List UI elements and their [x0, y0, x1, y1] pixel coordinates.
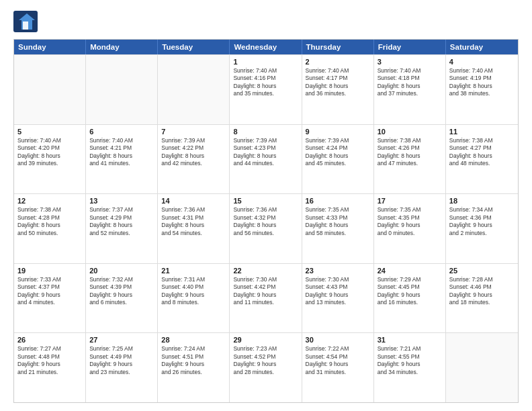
cell-info-line: Sunset: 4:49 PM: [89, 353, 154, 361]
day-number: 14: [161, 197, 226, 205]
cell-info-line: and 36 minutes.: [306, 90, 370, 97]
calendar-day-3: 3Sunrise: 7:40 AMSunset: 4:18 PMDaylight…: [374, 55, 446, 124]
day-number: 31: [378, 336, 442, 344]
cell-info-line: Daylight: 9 hours: [17, 291, 82, 299]
cell-info-line: Daylight: 8 hours: [233, 83, 298, 90]
cell-info-line: Daylight: 8 hours: [378, 83, 442, 90]
day-number: 29: [233, 336, 298, 344]
cell-info-line: Sunset: 4:29 PM: [89, 214, 154, 222]
cell-info-line: Sunrise: 7:36 AM: [233, 206, 298, 214]
day-number: 10: [378, 128, 442, 136]
calendar-row: 5Sunrise: 7:40 AMSunset: 4:20 PMDaylight…: [14, 124, 518, 194]
cell-info-line: Daylight: 8 hours: [161, 222, 226, 229]
cell-info-line: Sunrise: 7:30 AM: [233, 276, 298, 283]
logo: [13, 11, 40, 32]
cell-info-line: Sunset: 4:42 PM: [233, 283, 298, 291]
calendar: SundayMondayTuesdayWednesdayThursdayFrid…: [13, 39, 519, 403]
header: [13, 11, 519, 32]
calendar-day-11: 11Sunrise: 7:38 AMSunset: 4:27 PMDayligh…: [446, 125, 518, 194]
cell-info-line: Sunrise: 7:24 AM: [161, 345, 226, 353]
day-number: 18: [449, 197, 515, 205]
cell-info-line: Daylight: 8 hours: [17, 222, 82, 229]
day-number: 13: [89, 197, 154, 205]
cell-info-line: Sunrise: 7:40 AM: [233, 67, 298, 75]
cell-info-line: Daylight: 8 hours: [161, 152, 226, 160]
cell-info-line: Sunrise: 7:34 AM: [449, 206, 515, 214]
weekday-header: Monday: [86, 40, 158, 54]
calendar-day-8: 8Sunrise: 7:39 AMSunset: 4:23 PMDaylight…: [230, 125, 302, 194]
cell-info-line: Daylight: 8 hours: [378, 152, 442, 160]
cell-info-line: Sunrise: 7:25 AM: [89, 345, 154, 353]
cell-info-line: Sunrise: 7:33 AM: [17, 276, 82, 283]
weekday-header: Friday: [374, 40, 446, 54]
cell-info-line: Sunrise: 7:30 AM: [306, 276, 370, 283]
cell-info-line: Sunset: 4:55 PM: [378, 353, 442, 361]
cell-info-line: Daylight: 9 hours: [161, 361, 226, 368]
calendar-empty-cell: [446, 333, 518, 402]
cell-info-line: Daylight: 9 hours: [17, 361, 82, 368]
calendar-day-29: 29Sunrise: 7:23 AMSunset: 4:52 PMDayligh…: [230, 333, 302, 402]
calendar-empty-cell: [14, 55, 86, 124]
calendar-header: SundayMondayTuesdayWednesdayThursdayFrid…: [14, 40, 518, 54]
calendar-day-16: 16Sunrise: 7:35 AMSunset: 4:33 PMDayligh…: [302, 194, 374, 263]
weekday-header: Saturday: [446, 40, 518, 54]
cell-info-line: Daylight: 9 hours: [378, 361, 442, 368]
calendar-day-17: 17Sunrise: 7:35 AMSunset: 4:35 PMDayligh…: [374, 194, 446, 263]
day-number: 3: [378, 58, 442, 66]
cell-info-line: Sunset: 4:24 PM: [306, 144, 370, 152]
day-number: 4: [449, 58, 515, 66]
calendar-day-22: 22Sunrise: 7:30 AMSunset: 4:42 PMDayligh…: [230, 264, 302, 333]
cell-info-line: Sunrise: 7:40 AM: [449, 67, 515, 75]
cell-info-line: and 23 minutes.: [89, 369, 154, 376]
cell-info-line: Sunset: 4:16 PM: [233, 75, 298, 82]
cell-info-line: Sunrise: 7:28 AM: [449, 276, 515, 283]
day-number: 22: [233, 267, 298, 275]
cell-info-line: Daylight: 8 hours: [306, 152, 370, 160]
calendar-row: 26Sunrise: 7:27 AMSunset: 4:48 PMDayligh…: [14, 332, 518, 402]
calendar-empty-cell: [158, 55, 230, 124]
cell-info-line: Sunset: 4:36 PM: [449, 214, 515, 222]
cell-info-line: and 48 minutes.: [449, 160, 515, 167]
day-number: 2: [306, 58, 370, 66]
cell-info-line: Sunrise: 7:38 AM: [449, 137, 515, 144]
cell-info-line: Sunrise: 7:38 AM: [17, 206, 82, 214]
cell-info-line: Sunrise: 7:31 AM: [161, 276, 226, 283]
cell-info-line: and 28 minutes.: [233, 369, 298, 376]
cell-info-line: Daylight: 8 hours: [89, 152, 154, 160]
cell-info-line: and 44 minutes.: [233, 160, 298, 167]
cell-info-line: Sunrise: 7:39 AM: [233, 137, 298, 144]
cell-info-line: Daylight: 8 hours: [17, 152, 82, 160]
cell-info-line: and 37 minutes.: [378, 90, 442, 97]
cell-info-line: and 16 minutes.: [378, 299, 442, 306]
cell-info-line: Sunset: 4:37 PM: [17, 283, 82, 291]
cell-info-line: Sunrise: 7:21 AM: [378, 345, 442, 353]
cell-info-line: Sunrise: 7:27 AM: [17, 345, 82, 353]
cell-info-line: and 4 minutes.: [17, 299, 82, 306]
cell-info-line: Daylight: 9 hours: [449, 291, 515, 299]
cell-info-line: Sunset: 4:20 PM: [17, 144, 82, 152]
calendar-day-23: 23Sunrise: 7:30 AMSunset: 4:43 PMDayligh…: [302, 264, 374, 333]
logo-icon: [13, 11, 38, 32]
cell-info-line: Sunset: 4:48 PM: [17, 353, 82, 361]
cell-info-line: and 6 minutes.: [89, 299, 154, 306]
cell-info-line: Sunset: 4:19 PM: [449, 75, 515, 82]
calendar-day-25: 25Sunrise: 7:28 AMSunset: 4:46 PMDayligh…: [446, 264, 518, 333]
day-number: 7: [161, 128, 226, 136]
cell-info-line: Sunrise: 7:29 AM: [378, 276, 442, 283]
calendar-day-1: 1Sunrise: 7:40 AMSunset: 4:16 PMDaylight…: [230, 55, 302, 124]
day-number: 15: [233, 197, 298, 205]
day-number: 30: [306, 336, 370, 344]
cell-info-line: and 56 minutes.: [233, 230, 298, 237]
cell-info-line: Sunset: 4:22 PM: [161, 144, 226, 152]
cell-info-line: Sunset: 4:21 PM: [89, 144, 154, 152]
calendar-day-9: 9Sunrise: 7:39 AMSunset: 4:24 PMDaylight…: [302, 125, 374, 194]
cell-info-line: Daylight: 9 hours: [89, 361, 154, 368]
day-number: 8: [233, 128, 298, 136]
cell-info-line: Daylight: 9 hours: [306, 361, 370, 368]
cell-info-line: Sunset: 4:35 PM: [378, 214, 442, 222]
calendar-day-12: 12Sunrise: 7:38 AMSunset: 4:28 PMDayligh…: [14, 194, 86, 263]
day-number: 16: [306, 197, 370, 205]
day-number: 23: [306, 267, 370, 275]
cell-info-line: Daylight: 8 hours: [233, 222, 298, 229]
cell-info-line: Daylight: 9 hours: [449, 222, 515, 229]
